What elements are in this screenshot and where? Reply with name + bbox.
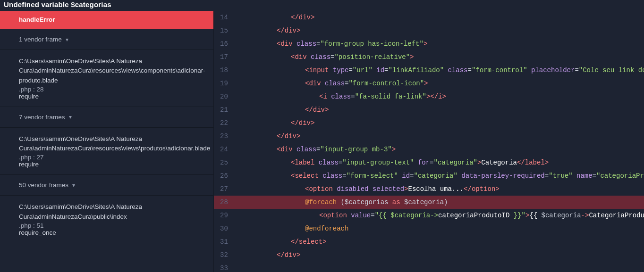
vendor-frames-toggle[interactable]: 1 vendor frame ▾ [0, 29, 213, 50]
chevron-down-icon: ▾ [72, 182, 75, 189]
chevron-down-icon: ▾ [66, 36, 68, 43]
vendor-frames-toggle[interactable]: 50 vendor frames ▾ [0, 175, 213, 196]
main-panel: handleError 1 vendor frame ▾ C:\Users\sa… [0, 11, 644, 272]
frame-file: C:\Users\samim\OneDrive\Sites\A Natureza… [19, 202, 204, 222]
code-lines: </div></div><div class="form-group has-i… [234, 11, 644, 272]
vendor-frames-label: 1 vendor frame [19, 36, 62, 43]
app-root: Undefined variable $categorias handleErr… [0, 0, 644, 272]
code-viewer[interactable]: 1415161718192021222324252627282930313233… [213, 11, 644, 272]
frame-line: .php : 51 [19, 222, 44, 229]
frame-line: .php : 27 [19, 154, 44, 161]
error-title: Undefined variable $categorias [0, 0, 644, 11]
frame-method: require_once [19, 229, 204, 236]
vendor-frames-label: 50 vendor frames [19, 181, 68, 189]
stack-frame[interactable]: C:\Users\samim\OneDrive\Sites\A Natureza… [0, 196, 213, 243]
line-number-gutter: 1415161718192021222324252627282930313233 [213, 11, 234, 272]
chevron-down-icon: ▾ [69, 114, 72, 120]
frame-method: require [19, 161, 204, 168]
frame-method: require [19, 93, 204, 100]
frame-line: .php : 28 [19, 86, 44, 93]
stack-frame[interactable]: C:\Users\samim\OneDrive\Sites\A Natureza… [0, 128, 213, 175]
frame-file: C:\Users\samim\OneDrive\Sites\A Natureza… [19, 57, 204, 85]
frame-file: C:\Users\samim\OneDrive\Sites\A Natureza… [19, 134, 204, 154]
stack-trace-sidebar[interactable]: handleError 1 vendor frame ▾ C:\Users\sa… [0, 11, 213, 272]
active-frame[interactable]: handleError [0, 11, 213, 29]
vendor-frames-label: 7 vendor frames [19, 114, 65, 121]
stack-frame[interactable]: C:\Users\samim\OneDrive\Sites\A Natureza… [0, 50, 213, 107]
vendor-frames-toggle[interactable]: 7 vendor frames ▾ [0, 107, 213, 128]
